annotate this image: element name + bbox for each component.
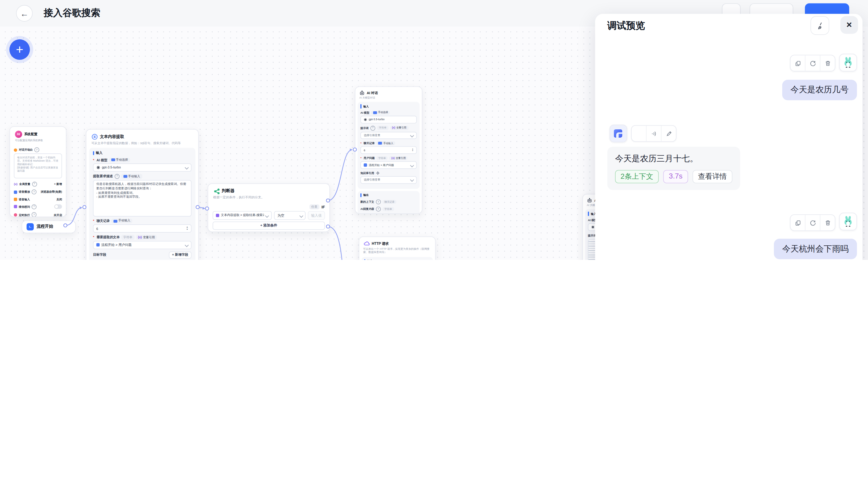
clock-icon (14, 213, 17, 216)
manual-select-badge: 手动选择 (109, 157, 130, 162)
info-icon: ? (370, 125, 375, 130)
info-icon: ? (32, 204, 37, 209)
gpt-icon (364, 118, 367, 121)
condition-icon (213, 188, 219, 194)
delete-button[interactable] (820, 215, 835, 230)
response-time-tag[interactable]: 3.7s (663, 170, 688, 183)
info-icon: ? (32, 212, 37, 217)
timer-value[interactable]: 未开启 (54, 213, 62, 217)
condition-op-select[interactable]: 为空 (274, 211, 306, 220)
add-condition-button[interactable]: + 添加条件 (213, 221, 325, 230)
panel-title: 调试预览 (607, 19, 645, 32)
source-label: 需要提取的文本 (96, 235, 120, 239)
chevron-down-icon (266, 214, 269, 217)
close-panel-button[interactable]: × (840, 16, 858, 34)
node-subtitle: 可以发出一个 HTTP 请求，实现更为复杂的操作（联网搜索、数据库查询等） (359, 247, 435, 257)
history-stepper[interactable]: 6 ▲▼ (360, 147, 417, 154)
edit-button[interactable] (661, 126, 676, 141)
node-condition[interactable]: 判断器 根据一定的条件，执行不同的分支。 任意 IF 文本内容提取 > 提取结果… (208, 183, 330, 232)
type-badge: 字符串 (377, 126, 388, 130)
node-ai-chat[interactable]: AI 对话 AI 大模型对话 输入 AI 模型 手动选择 gpt-3.5-tur… (355, 86, 422, 214)
flow-start-icon: I.. (27, 223, 34, 230)
rabbit-avatar-image (842, 57, 854, 69)
bulb-icon (14, 205, 17, 208)
desc-textarea[interactable]: 你是谷歌搜索机器人，根据当前问题和对话记录生成搜索词。你需要自行判断是否需要进行… (93, 180, 191, 216)
variables-icon: {x} (14, 182, 18, 186)
section-input: 输入 (364, 259, 430, 260)
manual-input-badge: 手动输入 (112, 219, 132, 223)
chevron-down-icon (300, 214, 303, 217)
target-fields-label: 目标字段 (93, 253, 106, 257)
node-flow-start[interactable]: I.. 流程开始 (22, 220, 76, 233)
assistant-message: 今天是农历三月十七。 2条上下文 3.7s 查看详情 (607, 147, 740, 190)
kb-label: 知识库引用 (360, 171, 374, 175)
app-root: ← 接入谷歌搜索 + Hi 系统配置 可以配置应用的系统参数 对话开场白 ? 每… (0, 0, 868, 260)
add-variable-button[interactable]: + 新增 (54, 182, 62, 186)
guess-toggle[interactable] (54, 205, 62, 209)
info-icon: ? (32, 181, 37, 186)
node-subtitle: 根据一定的条件，执行不同的分支。 (208, 195, 330, 203)
node-system-config[interactable]: Hi 系统配置 可以配置应用的系统参数 对话开场白 ? 每次对话开始前，发送一个… (9, 126, 67, 217)
section-input: 输入 (93, 151, 191, 155)
manual-input-badge: 手动输入 (121, 174, 142, 179)
clear-history-button[interactable] (810, 16, 829, 35)
copy-button[interactable] (790, 55, 805, 71)
info-icon: ? (115, 174, 120, 179)
welcome-textarea[interactable]: 每次对话开始前，发送一个初始内容。支持标准 Markdown 语法，可使用的额外… (14, 154, 62, 179)
condition-value-input[interactable]: 输入值 (308, 211, 325, 220)
node-subtitle: AI 大模型对话 (355, 96, 422, 102)
flow-start-ref-icon (364, 163, 367, 166)
section-input: 输入 (360, 104, 417, 108)
copy-button[interactable] (790, 215, 805, 230)
copy-button[interactable] (631, 126, 646, 141)
tts-icon (14, 190, 17, 193)
delete-button[interactable] (820, 55, 835, 71)
var-ref-badge: {x}变量引用 (136, 235, 157, 240)
node-text-extract[interactable]: 文本内容提取 可从文本中提取指定的数据，例如：sql语句、搜索关键词、代码等 输… (86, 129, 199, 260)
add-field-button[interactable]: + 新增字段 (168, 251, 191, 259)
gear-icon[interactable] (376, 171, 380, 175)
chevron-down-icon (410, 133, 414, 137)
history-label: 聊天记录 (96, 219, 110, 223)
info-icon: ? (34, 147, 39, 152)
rabbit-avatar-image (842, 215, 854, 227)
welcome-icon (14, 148, 17, 152)
kb-select[interactable]: 选择引用变量 (360, 176, 417, 184)
model-select[interactable]: gpt-3.5-turbo (360, 116, 417, 123)
http-icon (363, 240, 370, 247)
fastgpt-logo (613, 128, 624, 139)
mic-icon (14, 198, 17, 201)
out1-badge: 聊天记录 (382, 200, 396, 204)
stt-value[interactable]: 关闭 (57, 198, 62, 201)
welcome-label: 对话开场白 (19, 148, 33, 152)
tts-button[interactable] (646, 126, 661, 141)
info-icon: ? (32, 189, 37, 194)
node-subtitle: 可从文本中提取指定的数据，例如：sql语句、搜索关键词、代码等 (86, 141, 198, 148)
node-http-request[interactable]: HTTP 请求 可以发出一个 HTTP 请求，实现更为复杂的操作（联网搜索、数据… (359, 237, 436, 260)
info-icon: ? (376, 200, 381, 205)
model-select[interactable]: gpt-3.5-turbo (93, 163, 191, 172)
manual-input-badge: 手动输入 (376, 142, 395, 145)
model-label: AI 模型 (96, 158, 107, 162)
retry-button[interactable] (805, 215, 820, 230)
condition-left-select[interactable]: 文本内容提取 > 提取结果-搜索词 (213, 211, 272, 220)
node-title: 文本内容提取 (100, 134, 124, 140)
add-node-button[interactable]: + (9, 39, 30, 60)
user-avatar (839, 213, 857, 231)
node-subtitle: 可以配置应用的系统参数 (10, 139, 66, 145)
view-detail-button[interactable]: 查看详情 (692, 170, 733, 183)
manual-select-badge: 手动选择 (371, 111, 390, 115)
context-count-tag[interactable]: 2条上下文 (615, 170, 659, 183)
history-stepper[interactable]: 6 ▲▼ (93, 224, 191, 233)
prompt-label: 提示词 (360, 126, 369, 130)
system-config-icon: Hi (15, 131, 22, 138)
message-toolbar (790, 214, 835, 231)
tts-value[interactable]: 浏览器自带(免费) (41, 190, 62, 194)
retry-button[interactable] (805, 55, 820, 71)
step-down-icon[interactable]: ▼ (186, 229, 188, 231)
prompt-select[interactable]: 选择引用变量 (360, 131, 417, 139)
question-select[interactable]: 流程开始 > 用户问题 (360, 161, 417, 169)
user-avatar (839, 54, 857, 72)
back-button[interactable]: ← (16, 5, 33, 22)
source-select[interactable]: 流程开始 > 用户问题 (93, 241, 191, 249)
